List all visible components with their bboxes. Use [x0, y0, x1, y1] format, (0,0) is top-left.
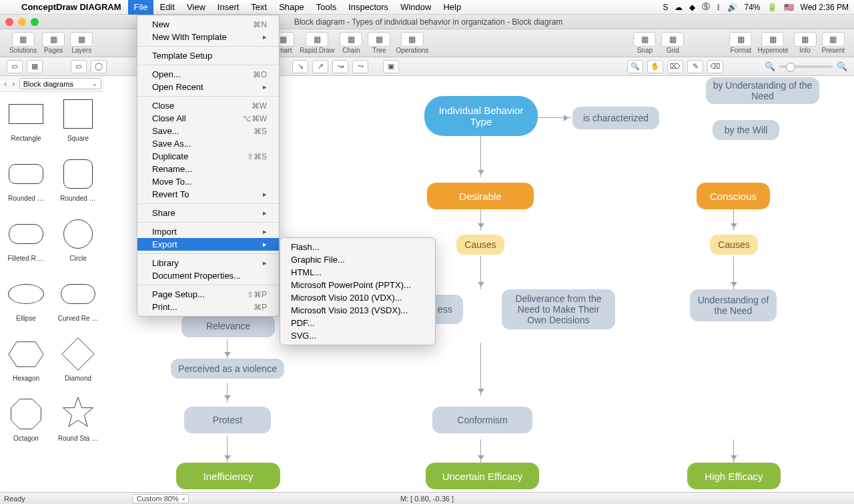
- diamond-icon[interactable]: ◆: [689, 3, 695, 12]
- node-individual-behavior[interactable]: Individual Behavior Type: [424, 96, 538, 136]
- menu-item-export[interactable]: Export: [137, 238, 279, 251]
- toolbar-operations[interactable]: ▦Operations: [396, 32, 428, 54]
- hand-tool[interactable]: ✋: [647, 60, 663, 73]
- lib-forward[interactable]: ›: [11, 79, 16, 89]
- menu-item-revert-to[interactable]: Revert To: [137, 188, 279, 201]
- node-desirable[interactable]: Desirable: [427, 183, 534, 209]
- node-deliverance[interactable]: Deliverance from the Need to Make Their …: [502, 289, 615, 329]
- menu-item-import[interactable]: Import: [137, 225, 279, 238]
- node-by-will[interactable]: by the Will: [713, 120, 779, 140]
- zoom-in-icon[interactable]: 🔍: [627, 60, 643, 73]
- shape-rectangle[interactable]: Rectangle: [0, 92, 52, 152]
- export-svg-[interactable]: SVG...: [280, 329, 435, 342]
- export-flash-[interactable]: Flash...: [280, 241, 435, 253]
- shape-rounded-[interactable]: Rounded …: [0, 152, 52, 212]
- menu-item-new[interactable]: New⌘N: [137, 18, 279, 31]
- select-tool[interactable]: ▦: [27, 60, 43, 73]
- status-icon[interactable]: S: [663, 3, 668, 12]
- menu-item-print-[interactable]: Print...⌘P: [137, 301, 279, 313]
- node-causes-2[interactable]: Causes: [710, 235, 758, 255]
- menu-item-template-setup[interactable]: Template Setup: [137, 49, 279, 62]
- shape-square[interactable]: Square: [52, 92, 104, 152]
- export-microsoft-powerpoint-pptx-[interactable]: Microsoft PowerPoint (PPTX)...: [280, 279, 435, 291]
- cloud-icon[interactable]: ☁: [675, 3, 683, 12]
- menu-window[interactable]: Window: [394, 0, 437, 15]
- menu-tools[interactable]: Tools: [310, 0, 342, 15]
- shape-curved-re-[interactable]: Curved Re …: [52, 272, 104, 332]
- node-understanding-need[interactable]: Understanding of the Need: [690, 289, 777, 321]
- node-conformism[interactable]: Conformism: [432, 407, 532, 433]
- menu-item-rename-[interactable]: Rename...: [137, 163, 279, 175]
- node-high-efficacy[interactable]: High Efficacy: [687, 463, 781, 489]
- menu-item-save-[interactable]: Save...⌘S: [137, 125, 279, 137]
- node-inefficiency[interactable]: Inefficiency: [176, 463, 280, 489]
- menu-item-share[interactable]: Share: [137, 207, 279, 219]
- flag-icon[interactable]: 🇺🇸: [784, 3, 794, 12]
- toolbar-format[interactable]: ▦Format: [729, 32, 752, 54]
- pointer-tool[interactable]: ▭: [7, 60, 23, 73]
- library-select[interactable]: Block diagrams ⌄: [19, 78, 101, 89]
- shape-hexagon[interactable]: Hexagon: [0, 332, 52, 392]
- skype-icon[interactable]: Ⓢ: [702, 1, 710, 13]
- battery-icon[interactable]: 🔋: [767, 3, 777, 12]
- menu-inspectors[interactable]: Inspectors: [342, 0, 394, 15]
- menu-text[interactable]: Text: [245, 0, 273, 15]
- shape-round-sta-[interactable]: Round Sta …: [52, 392, 104, 452]
- menu-item-move-to-[interactable]: Move To...: [137, 175, 279, 188]
- battery-text[interactable]: 74%: [744, 3, 760, 12]
- export-graphic-file-[interactable]: Graphic File...: [280, 253, 435, 266]
- zoom-in-icon-2[interactable]: 🔍: [837, 61, 847, 71]
- zoom-slider[interactable]: 🔍 🔍: [765, 61, 847, 71]
- shape-octagon[interactable]: Octagon: [0, 392, 52, 452]
- close-window[interactable]: [5, 18, 13, 26]
- toolbar-info[interactable]: ▦Info: [794, 32, 817, 54]
- rect-tool[interactable]: ▭: [71, 60, 87, 73]
- node-is-characterized[interactable]: is characterized: [572, 107, 659, 129]
- export-pdf-[interactable]: PDF...: [280, 317, 435, 329]
- menu-item-close[interactable]: Close⌘W: [137, 99, 279, 112]
- menu-view[interactable]: View: [181, 0, 211, 15]
- toolbar-tree[interactable]: ▦Tree: [368, 32, 390, 54]
- ellipse-tool[interactable]: ◯: [91, 60, 107, 73]
- node-causes-1[interactable]: Causes: [456, 235, 504, 255]
- node-relevance[interactable]: Relevance: [181, 315, 275, 337]
- menu-item-new-with-template[interactable]: New With Template: [137, 31, 279, 43]
- node-understanding[interactable]: by Understanding of the Need: [706, 77, 819, 104]
- app-name[interactable]: ConceptDraw DIAGRAM: [15, 2, 128, 12]
- menu-item-duplicate[interactable]: Duplicate⇧⌘S: [137, 150, 279, 163]
- connector-tool-1[interactable]: ↘: [292, 60, 308, 73]
- menu-edit[interactable]: Edit: [153, 0, 180, 15]
- node-protest[interactable]: Protest: [184, 407, 271, 433]
- menu-item-document-properties-[interactable]: Document Properties...: [137, 269, 279, 282]
- wifi-icon[interactable]: ⧙: [717, 3, 721, 12]
- menu-help[interactable]: Help: [437, 0, 467, 15]
- stamp-tool[interactable]: ⌦: [667, 60, 683, 73]
- volume-icon[interactable]: 🔊: [727, 3, 737, 12]
- menu-item-open-[interactable]: Open...⌘O: [137, 68, 279, 81]
- minimize-window[interactable]: [18, 18, 26, 26]
- zoom-out-icon[interactable]: 🔍: [765, 61, 775, 71]
- menu-item-open-recent[interactable]: Open Recent: [137, 81, 279, 93]
- menu-item-page-setup-[interactable]: Page Setup...⇧⌘P: [137, 288, 279, 301]
- zoom-window[interactable]: [31, 18, 39, 26]
- toolbar-solutions[interactable]: ▦Solutions: [9, 32, 37, 54]
- node-uncertain[interactable]: Uncertain Efficacy: [426, 463, 539, 489]
- toolbar-hypernote[interactable]: ▦Hypernote: [757, 32, 788, 54]
- zoom-select[interactable]: Custom 80%: [132, 494, 189, 503]
- toolbar-snap[interactable]: ▦Snap: [633, 32, 656, 54]
- export-microsoft-visio-vdx-[interactable]: Microsoft Visio 2010 (VDX)...: [280, 291, 435, 304]
- node-perceived[interactable]: Perceived as a violence: [171, 359, 284, 379]
- toolbar-pages[interactable]: ▦Pages: [42, 32, 65, 54]
- export-microsoft-visio-vsdx-[interactable]: Microsoft Visio 2013 (VSDX)...: [280, 304, 435, 317]
- container-tool[interactable]: ▣: [383, 60, 399, 73]
- node-conscious[interactable]: Conscious: [697, 183, 770, 209]
- menu-item-close-all[interactable]: Close All⌥⌘W: [137, 112, 279, 125]
- shape-diamond[interactable]: Diamond: [52, 332, 104, 392]
- export-html-[interactable]: HTML...: [280, 266, 435, 279]
- eraser-tool[interactable]: ⌫: [707, 60, 723, 73]
- connector-tool-3[interactable]: ↝: [332, 60, 348, 73]
- toolbar-present[interactable]: ▦Present: [822, 32, 845, 54]
- shape-ellipse[interactable]: Ellipse: [0, 272, 52, 332]
- toolbar-rapid-draw[interactable]: ▦Rapid Draw: [300, 32, 334, 54]
- eyedropper-tool[interactable]: ✎: [687, 60, 703, 73]
